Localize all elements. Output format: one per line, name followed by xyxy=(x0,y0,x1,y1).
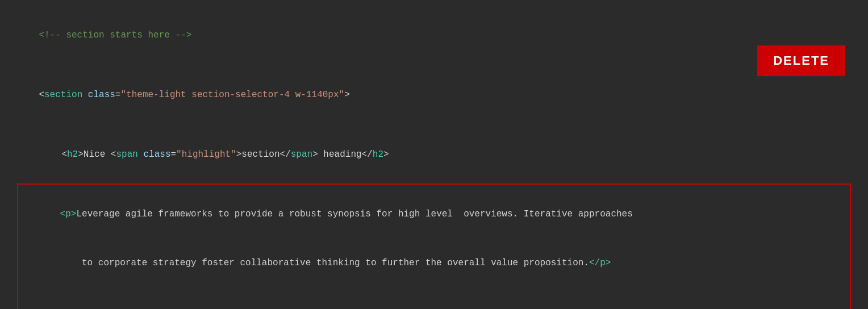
p1-line2: to corporate strategy foster collaborati… xyxy=(27,239,841,288)
delete-button[interactable]: DELETE xyxy=(757,45,845,76)
h2-nice-text: Nice xyxy=(84,149,111,160)
selected-content-block: <p>Leverage agile frameworks to provide … xyxy=(17,183,851,309)
comment-text: <!-- section starts here --> xyxy=(39,30,191,40)
comment-line: <!-- section starts here --> xyxy=(17,11,851,60)
h2-tag: h2 xyxy=(67,149,78,160)
span-class-value: "highlight" xyxy=(176,149,236,160)
p2-line: <p>At the end of the day, going forward,… xyxy=(27,298,841,309)
h2-heading-text: heading xyxy=(318,149,362,160)
bracket-open: < xyxy=(39,90,44,100)
class-attr: class xyxy=(88,90,115,100)
p1-line: <p>Leverage agile frameworks to provide … xyxy=(27,190,841,239)
span-tag-open: span xyxy=(116,149,137,160)
code-viewer: <!-- section starts here --> <section cl… xyxy=(17,11,851,309)
section-open-line: <section class="theme-light section-sele… xyxy=(17,71,851,120)
section-tag-name: section xyxy=(44,90,82,100)
h2-line: <h2>Nice <span class="highlight">section… xyxy=(17,131,851,179)
span-inner-text: section xyxy=(241,149,279,160)
section-class-value: "theme-light section-selector-4 w-1140px… xyxy=(120,90,344,100)
